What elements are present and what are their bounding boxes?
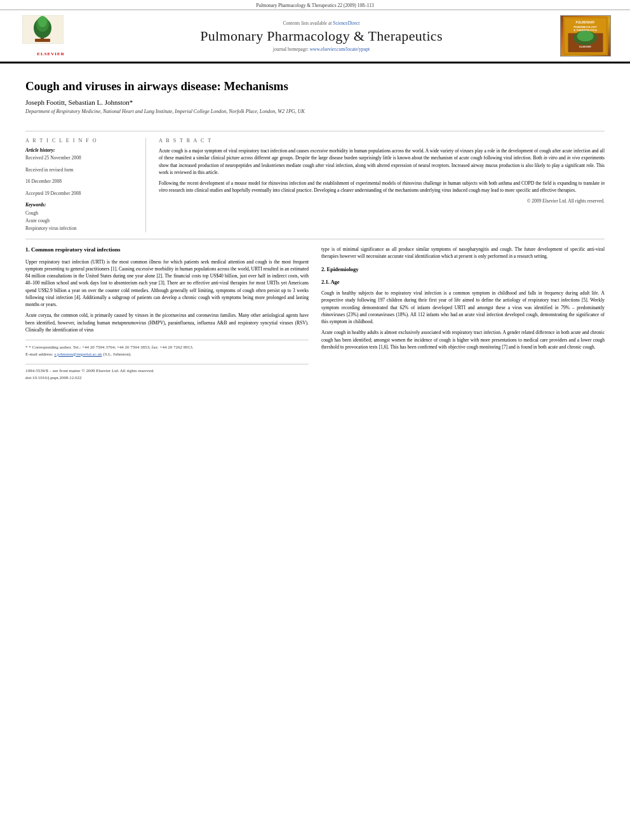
copyright-line: © 2009 Elsevier Ltd. All rights reserved… [159,198,605,204]
journal-homepage: journal homepage: www.elsevier.com/locat… [83,46,560,52]
svg-text:PHARMACOLOGY: PHARMACOLOGY [573,25,597,29]
svg-point-14 [577,31,593,42]
keywords-list: Cough Acute cough Respiratory virus infe… [25,210,136,232]
abstract-column: A B S T R A C T Acute cough is a major s… [159,138,605,232]
bottom-bar: 1094-5539/$ – see front matter © 2009 El… [25,364,309,382]
svg-point-4 [38,16,47,27]
journal-header: ELSEVIER Contents lists available at Sci… [0,10,630,63]
article-title: Cough and viruses in airways disease: Me… [25,79,605,93]
received-revised-label: Received in revised form [25,167,136,174]
email-footnote: E-mail address: s.johnston@imperial.ac.u… [25,351,309,358]
homepage-link[interactable]: www.elsevier.com/locate/ypupt [310,46,370,52]
journal-center: Contents lists available at ScienceDirec… [83,20,560,52]
article-info-column: A R T I C L E I N F O Article history: R… [25,138,146,232]
elsevier-logo [22,15,79,50]
elsevier-text: ELSEVIER [37,51,64,57]
elsevier-tree-icon [22,15,64,44]
section-2-1-heading: 2.1. Age [321,278,605,286]
corresponding-label: * * Corresponding author. Tel.: +44 20 7… [25,345,193,350]
keyword-2: Acute cough [25,217,136,225]
keyword-3: Respiratory virus infection [25,225,136,232]
citation-text: Pulmonary Pharmacology & Therapeutics 22… [256,3,373,8]
journal-title: Pulmonary Pharmacology & Therapeutics [83,28,560,44]
section-1-heading: 1. Common respiratory viral infections [25,246,309,255]
body-left-column: 1. Common respiratory viral infections U… [25,246,309,382]
info-abstract-row: A R T I C L E I N F O Article history: R… [25,131,605,232]
abstract-paragraph-1: Acute cough is a major symptom of viral … [159,147,605,176]
doi-line: doi:10.1016/j.pupt.2008.12.022 [25,375,309,382]
contents-available: Contents lists available at ScienceDirec… [83,20,560,26]
accepted-date: Accepted 19 December 2008 [25,190,136,197]
body-columns: 1. Common respiratory viral infections U… [25,246,605,382]
journal-citation: Pulmonary Pharmacology & Therapeutics 22… [0,0,630,10]
contents-text: Contents lists available at [283,20,332,26]
article-authors: Joseph Footitt, Sebastian L. Johnston* [25,98,605,106]
abstract-paragraph-2: Following the recent development of a mo… [159,180,605,194]
section-2-heading: 2. Epidemiology [321,265,605,274]
history-label: Article history: [25,147,136,153]
section-divider [25,239,605,239]
svg-text:PULMONARY: PULMONARY [576,21,596,24]
keywords-label: Keywords: [25,202,136,208]
footnotes-area: * * Corresponding author. Tel.: +44 20 7… [25,340,309,357]
issn-line: 1094-5539/$ – see front matter © 2009 El… [25,368,309,375]
email-link[interactable]: s.johnston@imperial.ac.uk [55,352,102,357]
sciencedirect-link[interactable]: ScienceDirect [333,20,359,26]
right-para-1: type is of minimal significance as all p… [321,246,605,260]
abstract-title: A B S T R A C T [159,138,605,143]
received-date: Received 25 November 2008 [25,155,136,162]
article-content: Cough and viruses in airways disease: Me… [0,63,630,389]
homepage-label: journal homepage: [273,46,310,52]
revised-date: 16 December 2008 [25,178,136,185]
article-title-section: Cough and viruses in airways disease: Me… [25,70,605,124]
keyword-1: Cough [25,210,136,217]
email-name: (S.L. Johnston). [103,352,131,357]
article-affiliation: Department of Respiratory Medicine, Nati… [25,109,605,114]
svg-text:ELSEVIER: ELSEVIER [579,46,591,48]
journal-cover-logo: PULMONARY PHARMACOLOGY & THERAPEUTICS EL… [560,15,611,57]
corresponding-footnote: * * Corresponding author. Tel.: +44 20 7… [25,344,309,351]
elsevier-logo-area: ELSEVIER [19,15,83,57]
body-para-2: Acute coryza, the common cold, is primar… [25,312,309,333]
right-para-3: Acute cough in healthy adults is almost … [321,329,605,350]
right-para-2: Cough in healthy subjects due to respira… [321,290,605,325]
body-right-column: type is of minimal significance as all p… [321,246,605,382]
journal-cover-icon: PULMONARY PHARMACOLOGY & THERAPEUTICS EL… [563,15,608,57]
body-para-1: Upper respiratory tract infection (URTI)… [25,258,309,309]
email-label: E-mail address: [25,352,55,357]
article-info-title: A R T I C L E I N F O [25,138,136,143]
